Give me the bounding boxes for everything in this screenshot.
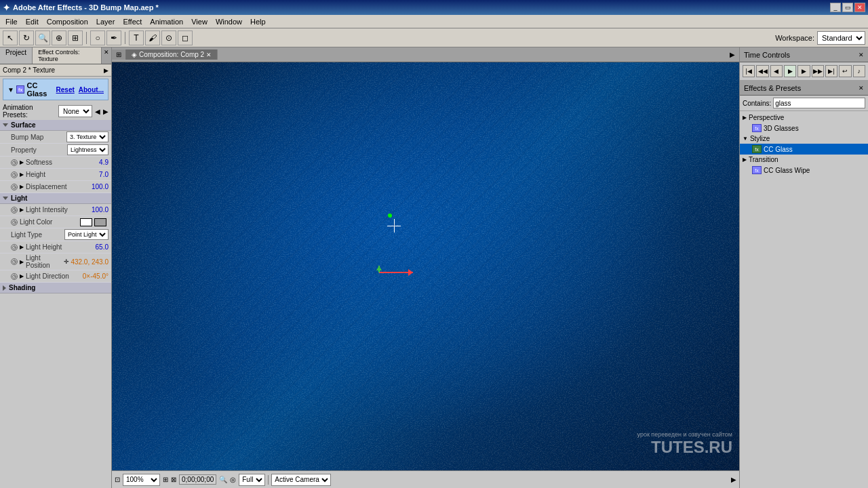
fx-close[interactable]: ✕	[859, 85, 864, 92]
ld-value[interactable]: 0×-45.0°	[83, 272, 108, 280]
fx-category-transition[interactable]: ▶ Transition	[740, 155, 868, 165]
ec-expand[interactable]: ▶	[104, 67, 108, 74]
time-controls-close[interactable]: ✕	[859, 52, 864, 58]
lh-value[interactable]: 65.0	[96, 243, 108, 251]
tc-loop[interactable]: ↩	[839, 65, 851, 77]
about-link[interactable]: About...	[79, 86, 104, 94]
displacement-stopwatch[interactable]: ◷	[11, 184, 18, 190]
tool-camera[interactable]: ⊞	[68, 30, 83, 45]
maximize-button[interactable]: ▭	[842, 3, 853, 12]
light-color-swatch-white[interactable]	[80, 218, 92, 226]
property-select[interactable]: Lightness	[67, 144, 108, 155]
comp-panel-icon[interactable]: ⊞	[112, 49, 126, 60]
comp-ctrl-icon2[interactable]: ⊞	[163, 476, 168, 483]
lp-stopwatch[interactable]: ◷	[11, 258, 18, 265]
anim-presets-select[interactable]: None	[58, 105, 92, 117]
comp-ctrl-icon5[interactable]: ◎	[230, 476, 236, 483]
shading-arrow[interactable]	[3, 285, 6, 291]
menu-layer[interactable]: Layer	[92, 16, 119, 27]
anim-presets-next[interactable]: ▶	[103, 108, 108, 115]
menu-edit[interactable]: Edit	[22, 16, 43, 27]
tool-select[interactable]: ↖	[3, 30, 18, 45]
lp-crosshair-icon[interactable]: ✛	[64, 258, 69, 265]
lc-stopwatch[interactable]: ◷	[11, 219, 18, 226]
menu-view[interactable]: View	[187, 16, 212, 27]
softness-arrow[interactable]: ▶	[20, 159, 24, 165]
light-group-header[interactable]: Light	[0, 193, 111, 204]
surface-group-header[interactable]: Surface	[0, 120, 111, 131]
bumpmap-select[interactable]: 3. Texture	[66, 131, 108, 142]
tool-orbit[interactable]: ⊕	[52, 30, 66, 45]
li-value[interactable]: 100.0	[92, 206, 108, 214]
tool-zoom[interactable]: 🔍	[35, 30, 50, 45]
light-arrow[interactable]	[3, 197, 8, 200]
light-color-swatch-dark[interactable]	[94, 218, 106, 226]
shading-group-header[interactable]: Shading	[0, 283, 111, 293]
lp-arrow[interactable]: ▶	[20, 259, 24, 265]
li-stopwatch[interactable]: ◷	[11, 207, 18, 214]
menu-window[interactable]: Window	[212, 16, 246, 27]
workspace-select[interactable]: Standard	[817, 31, 865, 45]
fx-category-perspective[interactable]: ▶ Perspective	[740, 113, 868, 123]
lp-value[interactable]: 432.0, 243.0	[71, 258, 108, 266]
comp-panel-expand[interactable]: ▶	[726, 49, 739, 60]
tool-rotate[interactable]: ↻	[19, 30, 34, 45]
comp-ctrl-icon4[interactable]: 🔍	[219, 476, 227, 483]
close-button[interactable]: ✕	[854, 3, 865, 12]
anim-presets-prev[interactable]: ◀	[95, 108, 100, 115]
comp-ctrl-icon3[interactable]: ⊠	[171, 476, 176, 483]
tc-play[interactable]: ▶	[784, 65, 796, 77]
minimize-button[interactable]: _	[830, 3, 841, 12]
effect-toggle[interactable]: ▼	[7, 86, 14, 94]
effect-controls-close[interactable]: ✕	[102, 47, 111, 64]
fx-item-ccglasswipe[interactable]: fx CC Glass Wipe	[740, 165, 868, 176]
comp-tab-comp2[interactable]: ◈ Composition: Comp 2 ✕	[126, 49, 218, 60]
light-type-select[interactable]: Point Light	[64, 229, 108, 240]
tc-next-frame[interactable]: ▶▶	[812, 65, 824, 77]
ld-arrow[interactable]: ▶	[20, 273, 24, 279]
lh-arrow[interactable]: ▶	[20, 244, 24, 250]
comp-tab-close[interactable]: ✕	[206, 52, 212, 58]
displacement-arrow[interactable]: ▶	[20, 184, 24, 190]
view-camera-select[interactable]: Active Camera	[271, 474, 331, 486]
tab-effect-controls[interactable]: Effect Controls: Texture	[33, 47, 102, 64]
tool-pen[interactable]: ✒	[106, 30, 121, 45]
tc-last-frame[interactable]: ▶|	[825, 65, 837, 77]
zoom-select[interactable]: 100%	[123, 474, 160, 486]
tab-project[interactable]: Project	[0, 47, 33, 64]
height-value[interactable]: 7.0	[99, 171, 108, 178]
displacement-value[interactable]: 100.0	[92, 183, 108, 190]
tc-prev-frame[interactable]: ◀◀	[756, 65, 768, 77]
menu-composition[interactable]: Composition	[43, 16, 92, 27]
tool-shape-ellipse[interactable]: ○	[90, 30, 105, 45]
tc-next-keyframe[interactable]: ▶	[797, 65, 810, 77]
tc-audio[interactable]: ♪	[853, 65, 865, 77]
softness-stopwatch[interactable]: ◷	[11, 159, 18, 166]
menu-file[interactable]: File	[1, 16, 22, 27]
tc-first-frame[interactable]: |◀	[743, 65, 755, 77]
view-quality-select[interactable]: Full	[239, 474, 265, 486]
fx-search-input[interactable]	[773, 98, 865, 108]
menu-help[interactable]: Help	[246, 16, 270, 27]
li-arrow[interactable]: ▶	[20, 207, 24, 213]
lh-stopwatch[interactable]: ◷	[11, 244, 18, 251]
fx-item-ccglass[interactable]: fx CC Glass	[740, 144, 868, 155]
menu-effect[interactable]: Effect	[119, 16, 146, 27]
height-stopwatch[interactable]: ◷	[11, 171, 18, 178]
tool-text[interactable]: T	[129, 30, 144, 45]
ld-stopwatch[interactable]: ◷	[11, 273, 18, 280]
tool-clone[interactable]: ⊙	[161, 30, 176, 45]
softness-value[interactable]: 4.9	[99, 159, 108, 166]
menu-animation[interactable]: Animation	[146, 16, 187, 27]
fx-label-3dglasses: 3D Glasses	[764, 125, 799, 132]
tool-eraser[interactable]: ◻	[178, 30, 193, 45]
tool-brush[interactable]: 🖌	[145, 30, 160, 45]
surface-arrow[interactable]	[3, 123, 8, 127]
fx-item-3dglasses[interactable]: fx 3D Glasses	[740, 123, 868, 134]
tc-prev-keyframe[interactable]: ◀	[770, 65, 783, 77]
fx-category-stylize[interactable]: ▼ Stylize	[740, 134, 868, 144]
comp-ctrl-expand[interactable]: ▶	[731, 476, 736, 483]
height-arrow[interactable]: ▶	[20, 171, 24, 178]
reset-link[interactable]: Reset	[56, 86, 75, 94]
comp-ctrl-icon1[interactable]: ⊡	[115, 476, 120, 483]
